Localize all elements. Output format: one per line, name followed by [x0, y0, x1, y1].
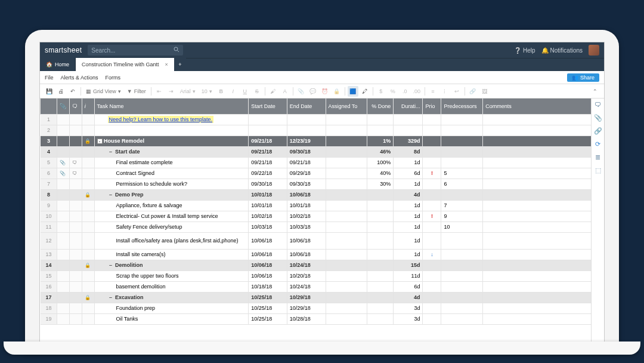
align-top-icon[interactable]: ⫶ [439, 86, 450, 97]
collapse-icon[interactable]: – [108, 262, 114, 268]
separator [151, 87, 151, 96]
italic-icon[interactable]: I [228, 86, 239, 97]
currency-icon[interactable]: $ [376, 86, 386, 97]
col-pred[interactable]: Predecessors [441, 99, 483, 114]
menu-forms[interactable]: Forms [106, 75, 121, 81]
tab-sheet[interactable]: Construction Timeline with Gantt × [76, 58, 174, 71]
table-row[interactable]: 3🔒- House Remodel09/21/1812/23/191%329d [41, 136, 592, 146]
summary-icon[interactable]: ≣ [594, 153, 602, 162]
decimal-dec-icon[interactable]: .0 [400, 86, 410, 97]
table-row[interactable]: 18Foundation prep10/25/1810/29/183d [41, 303, 592, 313]
filter-icon: ▼ [127, 88, 132, 94]
tab-home[interactable]: 🏠 Home [40, 58, 76, 71]
collapse-icon[interactable]: – [108, 192, 114, 198]
collapse-toolbar-icon[interactable]: ⌃ [590, 86, 600, 97]
sheet-table[interactable]: 📎 🗨 i Task Name Start Date End Date Assi… [40, 99, 591, 325]
menu-file[interactable]: File [45, 75, 54, 81]
fill-icon[interactable]: 🖌 [268, 86, 278, 97]
tab-new[interactable]: + [174, 58, 186, 71]
print-icon[interactable]: 🖨 [55, 86, 66, 97]
help-link[interactable]: Need help? Learn how to use this templat… [108, 116, 214, 123]
avatar[interactable] [589, 45, 599, 56]
collapse-icon[interactable]: – [108, 149, 114, 155]
table-row[interactable]: 10Electrical- Cut power & Install temp s… [41, 211, 592, 222]
col-info[interactable]: i [82, 99, 94, 114]
col-pctdone[interactable]: % Done [367, 99, 394, 114]
indent-icon[interactable]: ⇥ [166, 86, 177, 97]
save-icon[interactable]: 💾 [44, 86, 54, 97]
table-row[interactable]: 13Install site camera(s)10/06/1810/06/18… [41, 249, 592, 260]
table-row[interactable]: 17🔒– Excavation10/25/1810/29/184d [41, 292, 592, 303]
view-switcher[interactable]: ▦ Grid View ▾ [83, 88, 123, 94]
filter-button[interactable]: ▼ Filter [125, 88, 148, 94]
bold-icon[interactable]: B [216, 86, 227, 97]
table-row[interactable]: 19Oil Tanks10/25/1810/28/183d [41, 313, 592, 324]
table-row[interactable]: 6📎🗨Contract Signed09/22/1809/29/1840%6d!… [41, 168, 592, 179]
wrap-icon[interactable]: ↩ [451, 86, 462, 97]
percent-icon[interactable]: % [388, 86, 398, 97]
help-link[interactable]: ❔ Help [514, 47, 535, 54]
conversations-icon[interactable]: 🗨 [594, 101, 602, 109]
font-select[interactable]: Arial▾ [178, 88, 198, 94]
search-icon[interactable] [174, 47, 179, 54]
table-row[interactable]: 14🔒– Demolition10/06/1810/24/1815d [41, 260, 592, 270]
collapse-icon[interactable]: – [108, 294, 114, 300]
table-row[interactable]: 8🔒– Demo Prep10/01/1810/06/184d [41, 189, 592, 200]
col-end[interactable]: End Date [287, 99, 326, 114]
fontsize-select[interactable]: 10▾ [199, 88, 215, 94]
speech-icon[interactable]: 🗨 [72, 171, 77, 176]
format-icon[interactable]: 🟦 [348, 86, 358, 97]
paperclip-icon[interactable]: 📎 [60, 171, 66, 176]
strike-icon[interactable]: S [252, 86, 262, 97]
col-duration[interactable]: Durati... [394, 99, 423, 114]
col-task[interactable]: Task Name [94, 99, 249, 114]
menu-alerts[interactable]: Alerts & Actions [61, 75, 98, 81]
col-attachment[interactable]: 📎 [57, 99, 70, 114]
col-comment[interactable]: 🗨 [70, 99, 82, 114]
search-input[interactable]: Search... [88, 45, 183, 56]
col-rownum[interactable] [41, 99, 57, 114]
outdent-icon[interactable]: ⇤ [154, 86, 165, 97]
table-row[interactable]: 15Scrap the upper two floors10/06/1810/2… [41, 270, 592, 281]
table-row[interactable]: 2 [41, 125, 592, 136]
highlight-icon[interactable]: 🖍 [360, 86, 370, 97]
priority-high-icon: ! [431, 170, 433, 176]
table-row[interactable]: 12Install office/safety area (plans desk… [41, 232, 592, 249]
table-row[interactable]: 16basement demolition10/18/1810/24/186d [41, 281, 592, 292]
collapse-icon[interactable]: - [97, 139, 103, 144]
table-row[interactable]: 7Permission to schedule work?09/30/1809/… [41, 179, 592, 189]
col-assigned[interactable]: Assigned To [326, 99, 367, 114]
underline-icon[interactable]: U [240, 86, 250, 97]
notifications-link[interactable]: 🔔 Notifications [541, 47, 583, 54]
textcolor-icon[interactable]: A [280, 86, 290, 97]
grid-wrap: 📎 🗨 i Task Name Start Date End Date Assi… [40, 99, 604, 349]
lock-icon[interactable]: 🔒 [332, 86, 342, 97]
table-row[interactable]: 5📎🗨Final estimate complete09/21/1809/21/… [41, 157, 592, 168]
image-icon[interactable]: 🖼 [479, 86, 490, 97]
activity-icon[interactable]: ⟳ [594, 140, 602, 149]
table-row[interactable]: 1Need help? Learn how to use this templa… [41, 114, 592, 125]
reminder-icon[interactable]: ⏰ [320, 86, 330, 97]
comment-icon[interactable]: 💬 [308, 86, 318, 97]
table-row[interactable]: 11Safety Fence delivery/setup10/03/1810/… [41, 222, 592, 232]
undo-icon[interactable]: ↶ [67, 86, 78, 97]
speech-icon[interactable]: 🗨 [72, 160, 77, 165]
attachments-icon[interactable]: 📎 [594, 114, 602, 122]
help-label: Help [523, 47, 535, 54]
attach-icon[interactable]: 📎 [296, 86, 306, 97]
link-icon[interactable]: 🔗 [467, 86, 478, 97]
paperclip-icon: 📎 [60, 103, 66, 109]
proof-icon[interactable]: 🔗 [594, 127, 602, 136]
publish-icon[interactable]: ⬚ [594, 167, 602, 175]
paperclip-icon[interactable]: 📎 [60, 160, 66, 165]
share-button[interactable]: 👥 Share [567, 73, 599, 82]
brand-logo[interactable]: smartsheet [45, 46, 82, 54]
close-icon[interactable]: × [165, 61, 168, 67]
col-start[interactable]: Start Date [249, 99, 287, 114]
table-row[interactable]: 4– Start date09/21/1809/30/1846%8d [41, 146, 592, 157]
col-comments[interactable]: Comments [483, 99, 591, 114]
align-left-icon[interactable]: ≡ [428, 86, 438, 97]
col-prio[interactable]: Prio [423, 99, 441, 114]
decimal-inc-icon[interactable]: .00 [411, 86, 422, 97]
table-row[interactable]: 9Appliance, fixture & salvage10/01/1810/… [41, 200, 592, 211]
